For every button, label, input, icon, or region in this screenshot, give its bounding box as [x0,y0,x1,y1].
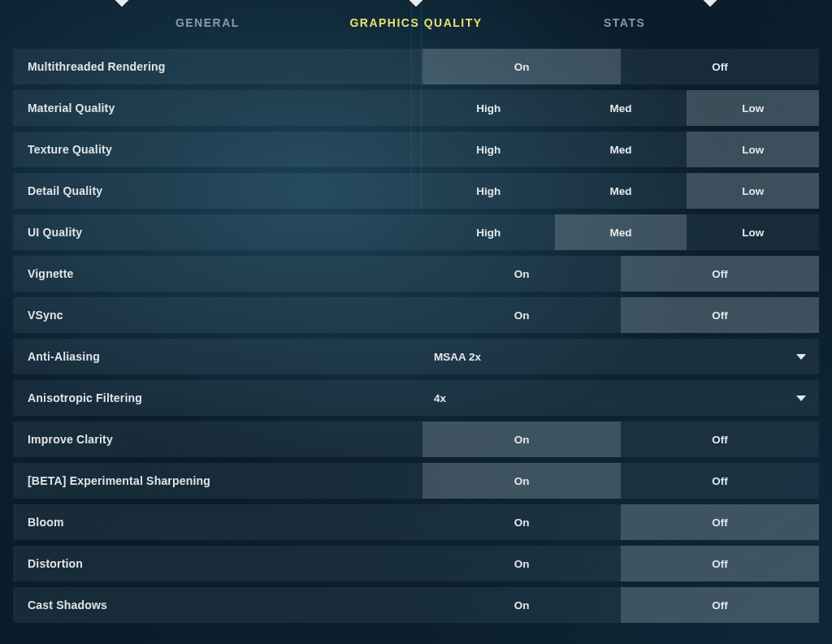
setting-row-material: Material QualityHighMedLow [13,90,819,126]
setting-controls: OnOff [422,587,819,623]
setting-row-vignette: VignetteOnOff [13,256,819,292]
option-off[interactable]: Off [621,256,819,292]
option-high[interactable]: High [422,214,555,250]
setting-label: Improve Clarity [13,421,422,457]
option-on[interactable]: On [422,463,621,499]
option-off[interactable]: Off [621,297,819,333]
option-off[interactable]: Off [621,49,819,84]
setting-controls: OnOff [422,463,819,499]
setting-label: Cast Shadows [13,587,422,623]
setting-row-aniso: Anisotropic Filtering4x [13,380,819,416]
setting-controls: OnOff [422,49,819,84]
tab-stats[interactable]: STATS [572,16,678,29]
option-on[interactable]: On [422,504,621,540]
setting-label: Anti-Aliasing [13,339,422,374]
chevron-down-icon [796,354,806,360]
setting-row-bloom: BloomOnOff [13,504,819,540]
setting-row-detail: Detail QualityHighMedLow [13,173,819,209]
tab-general[interactable]: GENERAL [154,16,260,29]
setting-controls: HighMedLow [422,132,819,167]
setting-label: UI Quality [13,214,422,250]
setting-label: Vignette [13,256,422,292]
dropdown-aa[interactable]: MSAA 2x [422,339,819,374]
setting-label: Detail Quality [13,173,422,209]
setting-row-shadows: Cast ShadowsOnOff [13,587,819,623]
setting-row-distortion: DistortionOnOff [13,546,819,581]
setting-row-sharpen: [BETA] Experimental SharpeningOnOff [13,463,819,499]
setting-label: Multithreaded Rendering [13,49,422,84]
option-high[interactable]: High [422,132,555,167]
option-off[interactable]: Off [621,546,819,581]
option-off[interactable]: Off [621,587,819,623]
setting-controls: HighMedLow [422,214,819,250]
dropdown-value: MSAA 2x [434,351,481,363]
option-on[interactable]: On [422,256,621,292]
setting-label: Bloom [13,504,422,540]
option-on[interactable]: On [422,49,621,84]
setting-controls: OnOff [422,421,819,457]
setting-label: Anisotropic Filtering [13,380,422,416]
setting-row-multithreaded: Multithreaded RenderingOnOff [13,49,819,84]
tab-graphics-quality[interactable]: GRAPHICS QUALITY [349,16,482,29]
setting-row-aa: Anti-AliasingMSAA 2x [13,339,819,374]
option-low[interactable]: Low [687,90,819,126]
option-med[interactable]: Med [555,173,687,209]
setting-label: Texture Quality [13,132,422,167]
option-on[interactable]: On [422,421,621,457]
option-on[interactable]: On [422,546,621,581]
setting-controls: MSAA 2x [422,339,819,374]
option-off[interactable]: Off [621,421,819,457]
option-med[interactable]: Med [555,132,687,167]
setting-controls: OnOff [422,256,819,292]
option-low[interactable]: Low [687,173,819,209]
option-low[interactable]: Low [687,132,819,167]
option-high[interactable]: High [422,173,555,209]
option-med[interactable]: Med [555,214,687,250]
setting-row-clarity: Improve ClarityOnOff [13,421,819,457]
option-on[interactable]: On [422,297,621,333]
setting-label: [BETA] Experimental Sharpening [13,463,422,499]
setting-controls: 4x [422,380,819,416]
option-high[interactable]: High [422,90,555,126]
setting-label: Distortion [13,546,422,581]
option-low[interactable]: Low [687,214,819,250]
dropdown-aniso[interactable]: 4x [422,380,819,416]
setting-controls: OnOff [422,504,819,540]
setting-controls: OnOff [422,297,819,333]
option-on[interactable]: On [422,587,621,623]
setting-controls: OnOff [422,546,819,581]
setting-row-vsync: VSyncOnOff [13,297,819,333]
setting-label: VSync [13,297,422,333]
chevron-down-icon [796,395,806,401]
option-off[interactable]: Off [621,504,819,540]
option-off[interactable]: Off [621,463,819,499]
graphics-settings-list: Multithreaded RenderingOnOffMaterial Qua… [0,49,832,642]
option-med[interactable]: Med [555,90,687,126]
dropdown-value: 4x [434,392,446,404]
setting-row-texture: Texture QualityHighMedLow [13,132,819,167]
setting-label: Material Quality [13,90,422,126]
setting-controls: HighMedLow [422,173,819,209]
setting-row-ui: UI QualityHighMedLow [13,214,819,250]
settings-tab-strip: GENERAL GRAPHICS QUALITY STATS [0,0,832,49]
setting-controls: HighMedLow [422,90,819,126]
